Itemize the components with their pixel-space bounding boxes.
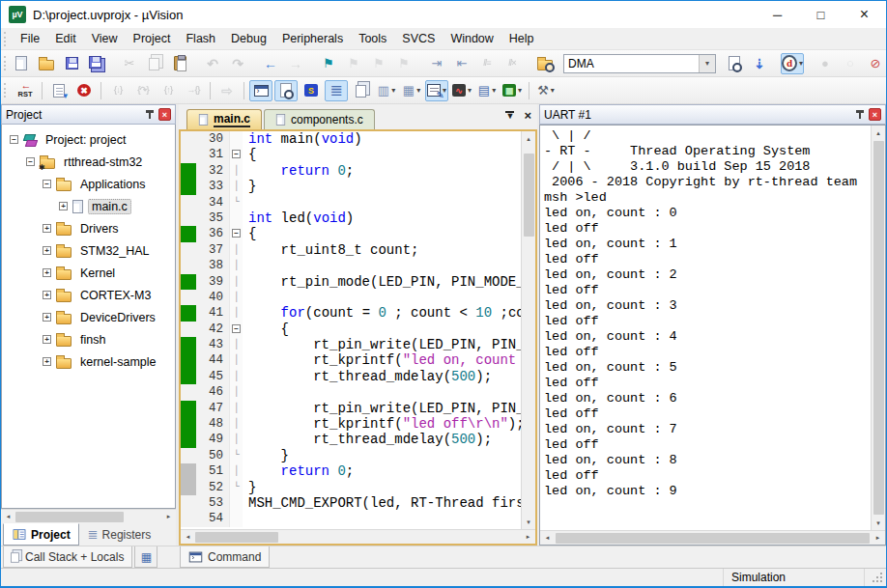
expander-icon[interactable]: + (59, 202, 68, 210)
scroll-thumb[interactable] (195, 532, 278, 543)
menu-item-help[interactable]: Help (501, 30, 542, 47)
tab-call-stack-locals[interactable]: Call Stack + Locals (3, 546, 132, 568)
close-document-icon[interactable]: × (524, 109, 531, 122)
uart-vscrollbar[interactable]: ▴ ▾ (871, 126, 885, 530)
editor-tab-components-c[interactable]: components.c (264, 109, 375, 129)
dropdown-arrow-icon[interactable]: ▾ (391, 86, 395, 95)
find-in-files-button[interactable] (533, 53, 557, 74)
navigate-back-button[interactable]: ← (259, 53, 282, 74)
menu-item-project[interactable]: Project (126, 30, 179, 47)
uncomment-button[interactable]: //× (501, 53, 524, 74)
reset-button[interactable]: RST (14, 80, 37, 101)
scroll-right-icon[interactable]: ▸ (521, 530, 535, 545)
menu-item-svcs[interactable]: SVCS (394, 30, 443, 47)
menu-item-view[interactable]: View (84, 30, 126, 47)
scroll-thumb[interactable] (556, 533, 870, 544)
expander-icon[interactable]: + (43, 291, 51, 299)
fold-marker[interactable]: │ (229, 179, 243, 194)
dropdown-arrow-icon[interactable]: ▾ (799, 59, 803, 68)
tree-item-main-c[interactable]: +main.c (2, 195, 175, 217)
menu-item-peripherals[interactable]: Peripherals (274, 30, 351, 47)
tree-item-cortex-m3[interactable]: +CORTEX-M3 (2, 284, 175, 306)
system-viewer-button[interactable]: ▤▾ (475, 80, 499, 101)
scroll-up-icon[interactable]: ▴ (872, 126, 886, 140)
indent-button[interactable]: ⇥ (425, 53, 448, 74)
debug-session-button[interactable]: d▾ (781, 53, 804, 74)
dropdown-arrow-icon[interactable]: ▾ (551, 86, 555, 95)
fold-marker[interactable]: − (229, 322, 243, 337)
menu-item-window[interactable]: Window (443, 30, 501, 47)
dropdown-arrow-icon[interactable]: ▾ (416, 86, 420, 95)
scroll-up-icon[interactable]: ▴ (522, 131, 536, 146)
expander-icon[interactable]: − (10, 135, 18, 144)
dropdown-arrow-icon[interactable]: ▾ (492, 86, 496, 95)
search-combo[interactable]: ▾ (563, 54, 716, 73)
close-panel-icon[interactable]: × (158, 108, 171, 121)
step-button[interactable]: {↓} (106, 80, 129, 101)
tree-item-rtthread-stm32[interactable]: −rtthread-stm32 (2, 151, 175, 173)
expander-icon[interactable]: + (43, 335, 51, 344)
menu-item-edit[interactable]: Edit (47, 30, 84, 47)
new-file-button[interactable] (10, 53, 33, 74)
tree-item-drivers[interactable]: +Drivers (2, 217, 175, 239)
project-hscrollbar[interactable]: ◂ ▸ (1, 509, 176, 523)
pin-icon[interactable] (855, 109, 866, 121)
search-input[interactable] (564, 57, 699, 70)
combo-dropdown-icon[interactable]: ▾ (699, 55, 715, 72)
copy-button[interactable] (143, 53, 166, 74)
menu-item-flash[interactable]: Flash (178, 30, 223, 47)
navigate-forward-button[interactable]: → (284, 53, 307, 74)
editor-hscrollbar[interactable]: ◂ ▸ (181, 529, 535, 544)
bookmark-prev-button[interactable]: ⚑ (342, 53, 365, 74)
tree-item-applications[interactable]: −Applications (2, 173, 175, 195)
dropdown-arrow-icon[interactable]: ▾ (468, 86, 472, 95)
step-out-button[interactable]: {↑} (157, 80, 180, 101)
close-panel-icon[interactable]: × (869, 108, 881, 121)
scroll-left-icon[interactable]: ◂ (181, 530, 195, 545)
fold-marker[interactable]: │ (229, 384, 243, 400)
tree-item-kernel[interactable]: +Kernel (2, 262, 175, 284)
fold-marker[interactable]: │ (229, 163, 243, 179)
expander-icon[interactable]: − (26, 157, 35, 166)
fold-marker[interactable] (229, 511, 243, 526)
lookup-button[interactable] (723, 53, 746, 74)
editor-vscrollbar[interactable]: ▴ ▾ (521, 131, 535, 529)
resize-grip[interactable] (865, 569, 886, 586)
bookmark-toggle-button[interactable]: ⚑ (317, 53, 340, 74)
fold-marker[interactable]: │ (229, 352, 243, 368)
symbols-window-button[interactable]: S (300, 80, 323, 101)
tab-project[interactable]: Project (3, 523, 79, 546)
breakpoint-toggle-button[interactable]: ● (814, 53, 837, 74)
step-over-button[interactable]: {↷} (131, 80, 155, 101)
menu-item-debug[interactable]: Debug (223, 30, 274, 47)
tree-item-stm32-hal[interactable]: +STM32_HAL (2, 239, 175, 262)
fold-marker[interactable]: │ (229, 305, 243, 321)
tab-registers[interactable]: ≣ Registers (79, 523, 160, 546)
comment-button[interactable]: //≡ (475, 53, 499, 74)
tree-item-project-project[interactable]: −Project: project (2, 128, 175, 151)
tab-command[interactable]: Command (180, 546, 270, 568)
serial-window-button[interactable]: ▾ (425, 80, 448, 101)
open-file-button[interactable] (35, 53, 58, 74)
paste-button[interactable] (168, 53, 191, 74)
code-editor[interactable]: 30int main(void)31−{32│ return 0;33│}34└… (181, 131, 521, 529)
redo-button[interactable]: ↷ (226, 53, 249, 74)
fold-marker[interactable]: │ (229, 242, 243, 258)
close-button[interactable]: × (843, 1, 886, 28)
run-to-line-button[interactable]: →{} (182, 80, 205, 101)
fold-marker[interactable] (229, 131, 243, 147)
fold-marker[interactable]: − (229, 226, 243, 241)
command-window-button[interactable] (249, 80, 272, 101)
scroll-right-icon[interactable]: ▸ (161, 510, 176, 524)
registers-window-button[interactable]: ≣ (325, 80, 348, 101)
fold-marker[interactable] (229, 495, 243, 511)
save-all-button[interactable] (85, 53, 108, 74)
expander-icon[interactable]: + (43, 357, 51, 366)
pin-icon[interactable] (145, 109, 156, 121)
fold-marker[interactable]: │ (229, 258, 243, 273)
fold-marker[interactable]: └ (229, 448, 243, 463)
fold-marker[interactable]: │ (229, 290, 243, 305)
analysis-window-button[interactable]: ∿▾ (450, 80, 473, 101)
scroll-right-icon[interactable]: ▸ (871, 531, 885, 546)
fold-marker[interactable]: │ (229, 274, 243, 290)
